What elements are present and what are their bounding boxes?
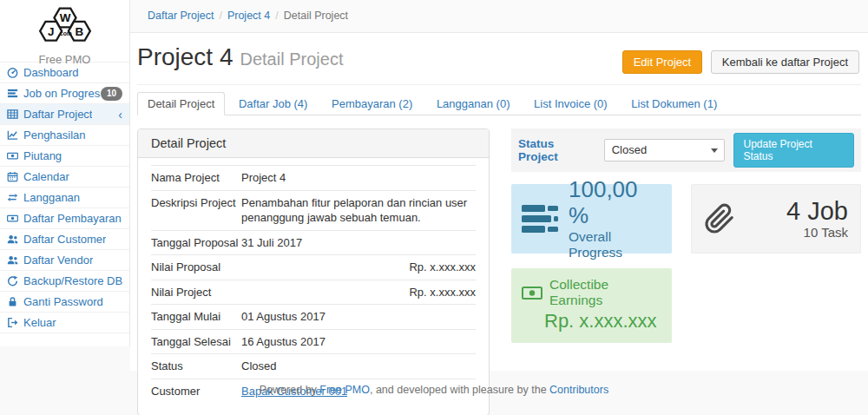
sidebar-item-daftar-project[interactable]: Daftar Project ‹ [0, 104, 129, 125]
sidebar-item-daftar-vendor[interactable]: Daftar Vendor [0, 250, 129, 271]
breadcrumb-separator: / [214, 10, 227, 22]
sidebar-item-daftar-customer[interactable]: Daftar Customer [0, 229, 129, 250]
row-label: Deskripsi Project [151, 195, 241, 226]
edit-project-button[interactable]: Edit Project [622, 50, 702, 74]
page-subtitle: Detail Project [240, 49, 344, 69]
sidebar-item-job-on-progress[interactable]: Job on Progress 10 [0, 83, 129, 104]
sidebar-item-label: Dashboard [23, 66, 79, 79]
page-header: Project 4Detail Project Edit Project Kem… [137, 42, 861, 85]
earnings-label: Collectibe Earnings [549, 277, 661, 308]
page-title-block: Project 4Detail Project [137, 43, 343, 71]
sidebar-item-ganti-password[interactable]: Ganti Password [0, 292, 129, 313]
row-label: Tanggal Proposal [151, 235, 241, 251]
line-chart-icon [7, 129, 18, 141]
breadcrumb: Daftar Project/Project 4/Detail Project [130, 0, 868, 33]
content: Project 4Detail Project Edit Project Kem… [130, 33, 868, 371]
progress-value: 100,00 % [569, 177, 661, 229]
sidebar-item-daftar-pembayaran[interactable]: Daftar Pembayaran [0, 208, 129, 229]
header-buttons: Edit Project Kembali ke daftar Project [622, 50, 859, 74]
refresh-icon [7, 275, 18, 287]
detail-row-tanggal-selesai: Tanggal Selesai 16 Agustus 2017 [151, 329, 476, 354]
earnings-header: Collectibe Earnings [522, 277, 661, 308]
users-icon [7, 254, 18, 266]
update-project-status-button[interactable]: Update Project Status [733, 133, 854, 168]
free-pmo-app: W J B .com Free PMO Dashboard Job on Pro… [0, 0, 868, 415]
sidebar-item-label: Calendar [23, 170, 69, 183]
footer: Powered by Free PMO, and developed with … [0, 371, 868, 415]
chevron-left-icon: ‹ [118, 109, 122, 121]
row-value: Rp. x.xxx.xxx [241, 260, 476, 275]
sidebar-item-label: Daftar Project [23, 108, 92, 121]
jwb-logo: W J B .com [25, 38, 105, 51]
sidebar-item-backup-restore-db[interactable]: Backup/Restore DB [0, 271, 129, 292]
breadcrumb-link-daftar-project[interactable]: Daftar Project [148, 10, 214, 22]
row-value: 16 Agustus 2017 [241, 334, 476, 350]
sidebar-item-label: Daftar Pembayaran [23, 212, 122, 225]
svg-text:J: J [47, 25, 53, 38]
detail-row-tanggal-proposal: Tanggal Proposal 31 Juli 2017 [151, 230, 476, 255]
tasks-count: 10 Task [786, 225, 848, 240]
dashboard-icon [7, 67, 18, 78]
sidebar-item-label: Keluar [23, 316, 56, 329]
svg-text:B: B [75, 25, 83, 38]
sidebar-item-label: Piutang [23, 149, 62, 162]
status-project-label: Status Project [518, 137, 597, 163]
status-project-select[interactable]: Closed [604, 139, 726, 161]
overall-progress-card: 100,00 % Overall Progress [511, 184, 672, 254]
jobs-text: 4 Job 10 Task [786, 198, 848, 240]
back-to-project-list-button[interactable]: Kembali ke daftar Project [711, 50, 859, 74]
sidebar-item-label: Daftar Vendor [23, 254, 93, 267]
row-value: Penambahan fitur pelaporan dan rincian u… [241, 195, 476, 226]
row-label: Nilai Project [151, 285, 241, 300]
sidebar-item-piutang[interactable]: Piutang [0, 146, 129, 167]
sidebar-item-langganan[interactable]: Langganan [0, 188, 129, 208]
footer-text: Powered by [260, 384, 319, 396]
detail-row-deskripsi-project: Deskripsi Project Penambahan fitur pelap… [151, 190, 476, 230]
sidebar-item-label: Langganan [23, 191, 80, 204]
breadcrumb-separator: / [270, 10, 283, 22]
sidebar: W J B .com Free PMO Dashboard Job on Pro… [0, 0, 130, 346]
sidebar-item-penghasilan[interactable]: Penghasilan [0, 125, 129, 146]
sidebar-item-label: Ganti Password [23, 295, 103, 308]
progress-text: 100,00 % Overall Progress [569, 177, 661, 260]
detail-row-tanggal-mulai: Tanggal Mulai 01 Agustus 2017 [151, 304, 476, 329]
sidebar-item-keluar[interactable]: Keluar [0, 313, 129, 333]
tasks-icon [7, 88, 18, 99]
users-icon [7, 234, 18, 245]
collectible-earnings-card: Collectibe Earnings Rp. x.xxx.xxx [511, 268, 672, 343]
table-icon [7, 109, 18, 120]
free-pmo-link[interactable]: Free PMO [319, 384, 370, 396]
tab-list-dokumen[interactable]: List Dokumen (1) [621, 92, 727, 115]
breadcrumb-link-project-4[interactable]: Project 4 [227, 10, 270, 22]
tab-daftar-job[interactable]: Daftar Job (4) [228, 92, 318, 115]
row-label: Tanggal Selesai [151, 334, 241, 350]
sign-out-icon [7, 317, 18, 328]
contributors-link[interactable]: Contributors [549, 384, 608, 396]
tab-pembayaran[interactable]: Pembayaran (2) [321, 92, 423, 115]
job-count-badge: 10 [101, 87, 122, 101]
footer-text: , and developed with pleasure by the [370, 384, 549, 396]
jobs-count: 4 Job [786, 198, 848, 226]
tab-detail-project[interactable]: Detail Project [137, 92, 225, 115]
detail-row-nama-project: Nama Project Project 4 [151, 165, 476, 190]
sidebar-item-calendar[interactable]: Calendar [0, 167, 129, 188]
row-value: Project 4 [241, 170, 476, 186]
row-value: 31 Juli 2017 [241, 235, 476, 251]
tab-bar: Detail Project Daftar Job (4) Pembayaran… [137, 92, 861, 115]
sidebar-item-label: Backup/Restore DB [23, 274, 122, 287]
row-label: Tanggal Mulai [151, 309, 241, 325]
page-title: Project 4 [137, 43, 233, 70]
progress-label: Overall Progress [569, 229, 661, 260]
jobs-card: 4 Job 10 Task [691, 184, 861, 254]
tab-list-invoice[interactable]: List Invoice (0) [523, 92, 618, 115]
row-label: Nilai Proposal [151, 260, 241, 275]
panel-title: Detail Project [138, 129, 489, 158]
svg-text:.com: .com [58, 30, 72, 36]
status-project-bar: Status Project Closed Update Project Sta… [511, 128, 861, 172]
row-value: 01 Agustus 2017 [241, 309, 476, 325]
summary-cards: 100,00 % Overall Progress 4 Job 10 Task [511, 184, 861, 254]
tab-langganan[interactable]: Langganan (0) [426, 92, 521, 115]
sidebar-item-dashboard[interactable]: Dashboard [0, 63, 129, 83]
calendar-icon [7, 171, 18, 182]
sidebar-item-label: Penghasilan [23, 128, 86, 142]
